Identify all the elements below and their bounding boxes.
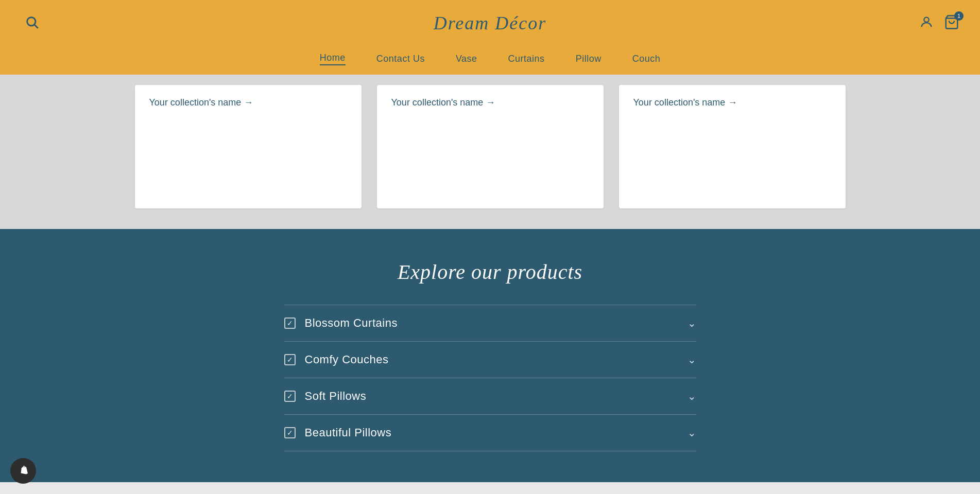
nav-item-vase[interactable]: Vase <box>456 54 477 64</box>
explore-section: Explore our products Blossom Curtains ⌄ … <box>0 229 980 482</box>
chevron-down-icon-soft-pillows: ⌄ <box>687 390 696 402</box>
user-account-button[interactable] <box>919 15 934 31</box>
search-button[interactable] <box>21 11 43 36</box>
chevron-down-icon-blossom-curtains: ⌄ <box>687 317 696 329</box>
collection-card-1: Your collection's name → <box>135 85 362 208</box>
product-item-comfy-couches[interactable]: Comfy Couches ⌄ <box>284 342 696 378</box>
nav-item-contact[interactable]: Contact Us <box>376 54 425 64</box>
product-item-left: Soft Pillows <box>284 390 367 403</box>
nav-item-pillow[interactable]: Pillow <box>576 54 601 64</box>
product-name-soft-pillows: Soft Pillows <box>305 390 367 403</box>
svg-point-2 <box>924 17 929 22</box>
product-list: Blossom Curtains ⌄ Comfy Couches ⌄ Soft … <box>284 305 696 451</box>
shopify-icon: S <box>16 464 30 478</box>
site-title: Dream Décor <box>434 12 547 34</box>
product-name-beautiful-pillows: Beautiful Pillows <box>305 426 392 439</box>
product-name-comfy-couches: Comfy Couches <box>305 353 389 366</box>
search-icon <box>25 15 39 29</box>
product-item-beautiful-pillows[interactable]: Beautiful Pillows ⌄ <box>284 415 696 451</box>
collection-link-2[interactable]: Your collection's name → <box>391 97 589 108</box>
nav-item-curtains[interactable]: Curtains <box>508 54 545 64</box>
header-left <box>21 11 43 36</box>
product-item-left: Comfy Couches <box>284 353 389 366</box>
product-name-blossom-curtains: Blossom Curtains <box>305 316 398 330</box>
product-checkbox-soft-pillows <box>284 391 296 402</box>
collection-card-2: Your collection's name → <box>377 85 604 208</box>
chevron-down-icon-beautiful-pillows: ⌄ <box>687 427 696 439</box>
product-item-soft-pillows[interactable]: Soft Pillows ⌄ <box>284 378 696 415</box>
svg-text:S: S <box>22 470 24 473</box>
nav-item-couch[interactable]: Couch <box>632 54 661 64</box>
nav-item-home[interactable]: Home <box>320 52 346 65</box>
header: Dream Décor 1 Home Contact Us Vase Cur <box>0 0 980 75</box>
product-item-left: Beautiful Pillows <box>284 426 392 439</box>
header-right: 1 <box>919 14 959 32</box>
collection-link-3[interactable]: Your collection's name → <box>633 97 831 108</box>
cart-button[interactable]: 1 <box>944 14 959 32</box>
shopify-badge[interactable]: S <box>10 458 36 484</box>
svg-point-0 <box>27 17 36 26</box>
product-item-blossom-curtains[interactable]: Blossom Curtains ⌄ <box>284 305 696 342</box>
chevron-down-icon-comfy-couches: ⌄ <box>687 354 696 366</box>
cart-count: 1 <box>954 11 964 21</box>
explore-title: Explore our products <box>0 260 980 284</box>
product-checkbox-beautiful-pillows <box>284 427 296 438</box>
header-top: Dream Décor 1 <box>21 0 959 46</box>
user-icon <box>919 15 934 29</box>
svg-line-1 <box>35 25 38 28</box>
product-checkbox-comfy-couches <box>284 354 296 365</box>
collection-link-1[interactable]: Your collection's name → <box>149 97 347 108</box>
collections-section: Your collection's name → Your collection… <box>0 75 980 229</box>
main-nav: Home Contact Us Vase Curtains Pillow Cou… <box>21 46 959 75</box>
product-item-left: Blossom Curtains <box>284 316 398 330</box>
product-checkbox-blossom-curtains <box>284 317 296 329</box>
collection-card-3: Your collection's name → <box>619 85 846 208</box>
